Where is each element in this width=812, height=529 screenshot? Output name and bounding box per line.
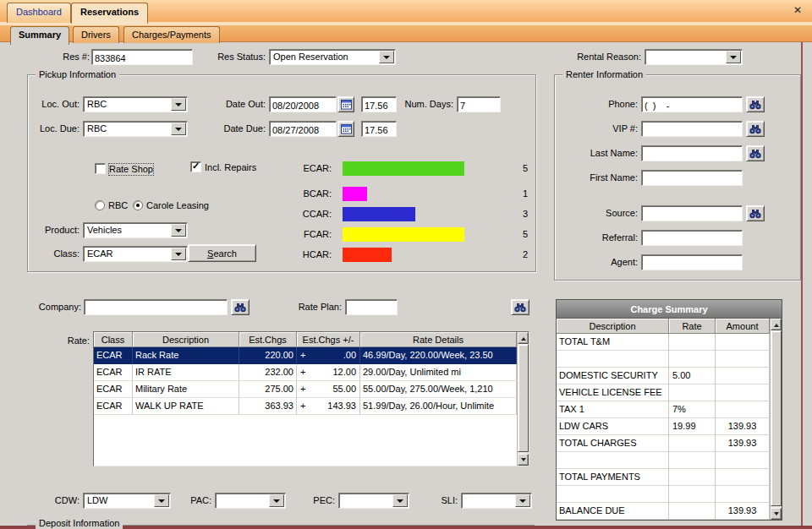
date-out-input[interactable]	[269, 96, 337, 112]
dropdown-arrow-icon[interactable]	[392, 494, 408, 507]
availability-bar-row: FCAR 5	[288, 227, 535, 243]
time-out-input[interactable]	[361, 96, 397, 112]
sli-label: SLI:	[427, 495, 458, 506]
scroll-down-button[interactable]	[518, 454, 529, 466]
agent-input[interactable]	[641, 254, 743, 270]
scrollbar-thumb[interactable]	[518, 344, 529, 452]
scroll-up-button[interactable]	[771, 319, 782, 330]
rate-cell-est-chgs: 232.00	[239, 364, 297, 381]
cdw-select[interactable]: LDW	[83, 493, 171, 509]
loc-out-label: Loc. Out:	[29, 99, 80, 110]
cs-amount	[716, 351, 770, 368]
rate-col-est-chgs: Est.Chgs	[239, 332, 297, 347]
renter-group-title: Renter Information	[562, 69, 646, 80]
cs-description: DOMESTIC SECURITY	[557, 368, 669, 384]
source-search-button[interactable]	[746, 205, 765, 221]
phone-search-button[interactable]	[746, 96, 765, 112]
radio-carole-leasing[interactable]	[133, 200, 143, 210]
product-select[interactable]: Vehicles	[83, 222, 188, 238]
tab-dashboard[interactable]: Dashboard	[7, 3, 71, 23]
class-select[interactable]: ECAR	[83, 246, 188, 262]
tab-drivers[interactable]: Drivers	[73, 26, 119, 43]
vip-input[interactable]	[641, 121, 743, 137]
dropdown-arrow-icon[interactable]	[171, 248, 186, 260]
bar-bcar	[343, 187, 464, 201]
referral-input[interactable]	[641, 230, 743, 246]
charge-summary-row: TOTAL CHARGES139.93	[557, 435, 770, 452]
dropdown-arrow-icon[interactable]	[171, 98, 186, 111]
company-search-button[interactable]	[231, 299, 250, 315]
date-out-calendar-button[interactable]	[337, 96, 354, 112]
rate-cell-est-chgs: 363.93	[239, 398, 297, 415]
source-input[interactable]	[641, 205, 743, 221]
rate-table-header: Class Description Est.Chgs Est.Chgs +/- …	[94, 332, 517, 347]
incl-repairs-label: Incl. Repairs	[205, 162, 256, 173]
scroll-down-button[interactable]	[771, 508, 782, 520]
binoculars-icon	[514, 303, 526, 313]
tab-reservations[interactable]: Reservations	[71, 3, 148, 24]
dropdown-arrow-icon[interactable]	[379, 51, 394, 63]
first-name-label: First Name:	[557, 172, 638, 183]
company-input[interactable]	[84, 299, 228, 315]
pec-select[interactable]	[338, 493, 409, 509]
scrollbar-thumb[interactable]	[771, 330, 782, 506]
rate-cell-delta: +55.00	[297, 381, 360, 398]
pac-select[interactable]	[215, 493, 286, 509]
rate-table-row[interactable]: ECAR Rack Rate 220.00 +.00 46.99/Day, 22…	[94, 347, 517, 364]
rate-plan-search-button[interactable]	[511, 299, 529, 315]
date-due-input[interactable]	[269, 121, 337, 137]
loc-due-select[interactable]: RBC	[83, 121, 188, 137]
dropdown-arrow-icon[interactable]	[515, 494, 530, 507]
radio-carole-leasing-label: Carole Leasing	[146, 200, 209, 211]
cs-col-rate: Rate	[669, 319, 716, 334]
tab-reservations-label: Reservations	[80, 7, 139, 17]
binoculars-icon	[749, 149, 761, 159]
cs-description: TOTAL T&M	[557, 334, 669, 351]
num-days-input[interactable]	[457, 96, 501, 112]
tab-summary[interactable]: Summary	[10, 26, 69, 45]
tab-charges-payments[interactable]: Charges/Payments	[123, 26, 220, 43]
cs-amount	[716, 334, 770, 351]
cs-amount	[716, 452, 770, 469]
charge-summary-title: Charge Summary	[557, 300, 782, 319]
dropdown-arrow-icon[interactable]	[269, 494, 284, 507]
product-value: Vehicles	[87, 225, 172, 235]
search-button[interactable]: Search	[188, 244, 256, 262]
rental-reason-select[interactable]	[645, 49, 743, 65]
dropdown-arrow-icon[interactable]	[726, 51, 741, 63]
last-name-search-button[interactable]	[746, 145, 765, 161]
dropdown-arrow-icon[interactable]	[171, 123, 186, 135]
charge-summary-row: DOMESTIC SECURITY5.00	[557, 368, 770, 384]
charge-summary-row: TAX 17%	[557, 401, 770, 418]
charge-summary-row: BALANCE DUE139.93	[557, 503, 770, 520]
charge-summary-body: Description Rate Amount TOTAL T&M DOMEST…	[557, 319, 782, 520]
pac-label: PAC:	[181, 495, 211, 506]
scroll-up-button[interactable]	[518, 332, 529, 344]
incl-repairs-checkbox[interactable]	[190, 161, 201, 172]
phone-input[interactable]	[641, 96, 743, 112]
dropdown-arrow-icon[interactable]	[154, 494, 169, 507]
cs-description: TOTAL PAYMENTS	[557, 469, 669, 486]
res-status-select[interactable]: Open Reservation	[269, 49, 396, 65]
cs-amount	[716, 401, 770, 418]
vip-search-button[interactable]	[746, 121, 765, 137]
bar-hcar	[343, 248, 464, 262]
rate-table-row[interactable]: ECAR Military Rate 275.00 +55.00 55.00/D…	[94, 381, 517, 398]
close-icon[interactable]: ✕	[790, 3, 805, 18]
loc-out-select[interactable]: RBC	[83, 96, 188, 112]
last-name-input[interactable]	[641, 145, 743, 161]
delta-value: 55.00	[332, 381, 356, 397]
res-number-input[interactable]	[91, 49, 193, 65]
cs-description	[557, 351, 669, 368]
rate-table-row[interactable]: ECAR WALK UP RATE 363.93 +143.93 51.99/D…	[94, 398, 517, 415]
rate-table-row[interactable]: ECAR IR RATE 232.00 +12.00 29.00/Day, Un…	[94, 364, 517, 381]
rate-shop-checkbox[interactable]	[95, 163, 106, 174]
dropdown-arrow-icon[interactable]	[171, 224, 186, 237]
radio-rbc[interactable]	[95, 200, 105, 210]
date-due-calendar-button[interactable]	[337, 121, 354, 137]
rate-cell-details: 46.99/Day, 220.00/Week, 23.50	[360, 347, 517, 364]
first-name-input[interactable]	[641, 170, 743, 186]
time-due-input[interactable]	[361, 121, 397, 137]
rate-plan-input[interactable]	[345, 299, 398, 315]
sli-select[interactable]	[461, 493, 532, 509]
